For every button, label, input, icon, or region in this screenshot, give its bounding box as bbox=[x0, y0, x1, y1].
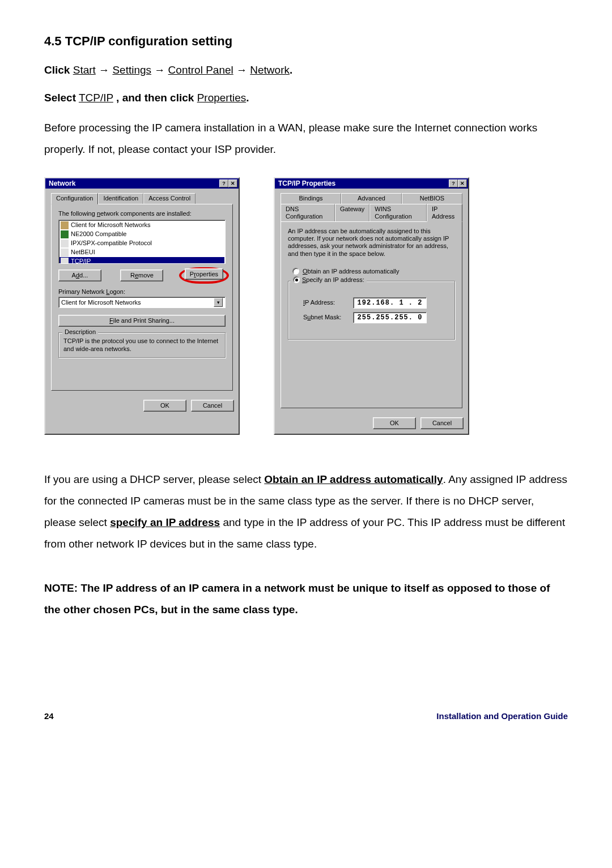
list-item-selected[interactable]: TCP/IP bbox=[60, 257, 224, 264]
highlight-oval-icon: Properties bbox=[179, 267, 229, 284]
list-item[interactable]: IPX/SPX-compatible Protocol bbox=[60, 239, 224, 248]
file-print-sharing-button[interactable]: File and Print Sharing... bbox=[58, 315, 226, 327]
nav-control-panel: Control Panel bbox=[168, 64, 233, 76]
radio-obtain-auto-label: Obtain an IP address automatically bbox=[303, 268, 399, 275]
select-tcpip-line: Select TCP/IP , and then click Propertie… bbox=[44, 90, 568, 106]
ip-intro-text: An IP address can be automatically assig… bbox=[288, 228, 455, 258]
page-number: 24 bbox=[44, 711, 54, 721]
select-label: Select bbox=[44, 92, 76, 104]
radio-icon bbox=[292, 268, 299, 275]
and-then-click: , and then click bbox=[116, 92, 194, 104]
section-heading: 4.5 TCP/IP configuration setting bbox=[44, 34, 568, 49]
list-item[interactable]: NE2000 Compatible bbox=[60, 230, 224, 239]
primary-logon-dropdown[interactable]: Client for Microsoft Networks ▾ bbox=[58, 297, 226, 308]
click-path-line: Click Start → Settings → Control Panel →… bbox=[44, 62, 568, 79]
ok-button[interactable]: OK bbox=[143, 400, 186, 412]
tab-identification[interactable]: Identification bbox=[98, 193, 143, 204]
footer-guide-title: Installation and Operation Guide bbox=[436, 711, 568, 721]
note-paragraph: NOTE: The IP address of an IP camera in … bbox=[44, 578, 568, 621]
ok-button[interactable]: OK bbox=[373, 417, 416, 429]
network-dialog-title: Network bbox=[49, 179, 75, 187]
add-button[interactable]: Add... bbox=[58, 270, 101, 281]
tab-wins-configuration[interactable]: WINS Configuration bbox=[369, 204, 427, 222]
subnet-mask-field[interactable]: 255.255.255. 0 bbox=[353, 312, 427, 323]
obtain-auto-emphasis: Obtain an IP address automatically bbox=[264, 473, 443, 485]
remove-button[interactable]: Remove bbox=[120, 270, 163, 281]
primary-logon-value: Client for Microsoft Networks bbox=[61, 299, 141, 306]
adapter-icon bbox=[61, 230, 69, 238]
tcpip-properties-dialog: TCP/IP Properties ? ✕ Bindings Advanced … bbox=[274, 177, 469, 435]
tab-access-control[interactable]: Access Control bbox=[143, 193, 196, 204]
tab-configuration[interactable]: Configuration bbox=[51, 193, 98, 204]
subnet-mask-label: Subnet Mask: bbox=[303, 314, 347, 321]
radio-icon bbox=[293, 276, 300, 283]
close-icon[interactable]: ✕ bbox=[228, 179, 237, 187]
list-item[interactable]: Client for Microsoft Networks bbox=[60, 221, 224, 230]
radio-specify-ip-label: Specify an IP address: bbox=[302, 276, 364, 284]
screenshots-row: Network ? ✕ Configuration Identification… bbox=[44, 177, 568, 435]
nav-settings: Settings bbox=[112, 64, 151, 76]
description-legend: Description bbox=[62, 328, 98, 336]
protocol-icon bbox=[61, 249, 69, 256]
tab-gateway[interactable]: Gateway bbox=[335, 204, 369, 222]
para-before-processing: Before processing the IP camera installa… bbox=[44, 117, 568, 160]
tab-ip-address[interactable]: IP Address bbox=[427, 204, 462, 222]
radio-obtain-auto[interactable]: Obtain an IP address automatically bbox=[292, 268, 455, 275]
ip-address-field[interactable]: 192.168. 1 . 2 bbox=[353, 297, 427, 309]
help-icon[interactable]: ? bbox=[219, 179, 228, 187]
components-listbox[interactable]: Client for Microsoft Networks NE2000 Com… bbox=[58, 220, 226, 264]
tab-bindings[interactable]: Bindings bbox=[280, 193, 341, 204]
properties-word: Properties bbox=[197, 92, 246, 104]
nav-start: Start bbox=[73, 64, 96, 76]
select-tcpip: TCP/IP bbox=[79, 92, 113, 104]
network-dialog: Network ? ✕ Configuration Identification… bbox=[44, 177, 240, 435]
components-list-label: The following network components are ins… bbox=[58, 210, 226, 217]
help-icon[interactable]: ? bbox=[449, 179, 458, 187]
close-icon[interactable]: ✕ bbox=[458, 179, 467, 187]
network-dialog-titlebar: Network ? ✕ bbox=[45, 178, 239, 189]
specify-ip-groupbox: Specify an IP address: IP Address: 192.1… bbox=[288, 281, 455, 340]
page-footer: 24 Installation and Operation Guide bbox=[44, 711, 568, 721]
ip-address-label: IP Address: bbox=[303, 299, 347, 306]
chevron-down-icon[interactable]: ▾ bbox=[214, 298, 223, 307]
tab-dns-configuration[interactable]: DNS Configuration bbox=[280, 204, 335, 222]
description-text: TCP/IP is the protocol you use to connec… bbox=[63, 337, 220, 352]
nav-network: Network bbox=[250, 64, 290, 76]
cancel-button[interactable]: Cancel bbox=[191, 400, 234, 412]
primary-logon-label: Primary Network Logon: bbox=[58, 288, 226, 296]
cancel-button[interactable]: Cancel bbox=[420, 417, 464, 429]
radio-specify-ip[interactable]: Specify an IP address: bbox=[291, 276, 367, 284]
tcpip-dialog-titlebar: TCP/IP Properties ? ✕ bbox=[275, 178, 468, 189]
tab-advanced[interactable]: Advanced bbox=[341, 193, 402, 204]
specify-ip-emphasis: specify an IP address bbox=[110, 516, 220, 528]
list-item[interactable]: NetBEUI bbox=[60, 248, 224, 257]
para-dhcp: If you are using a DHCP server, please s… bbox=[44, 469, 568, 555]
protocol-icon bbox=[61, 240, 69, 247]
protocol-icon bbox=[61, 258, 69, 264]
client-icon bbox=[61, 221, 69, 229]
arrow: → bbox=[99, 64, 109, 76]
properties-button[interactable]: Properties bbox=[185, 268, 223, 280]
tab-netbios[interactable]: NetBIOS bbox=[402, 193, 462, 204]
click-label: Click bbox=[44, 64, 70, 76]
tcpip-dialog-title: TCP/IP Properties bbox=[278, 179, 335, 187]
description-groupbox: Description TCP/IP is the protocol you u… bbox=[58, 332, 226, 357]
